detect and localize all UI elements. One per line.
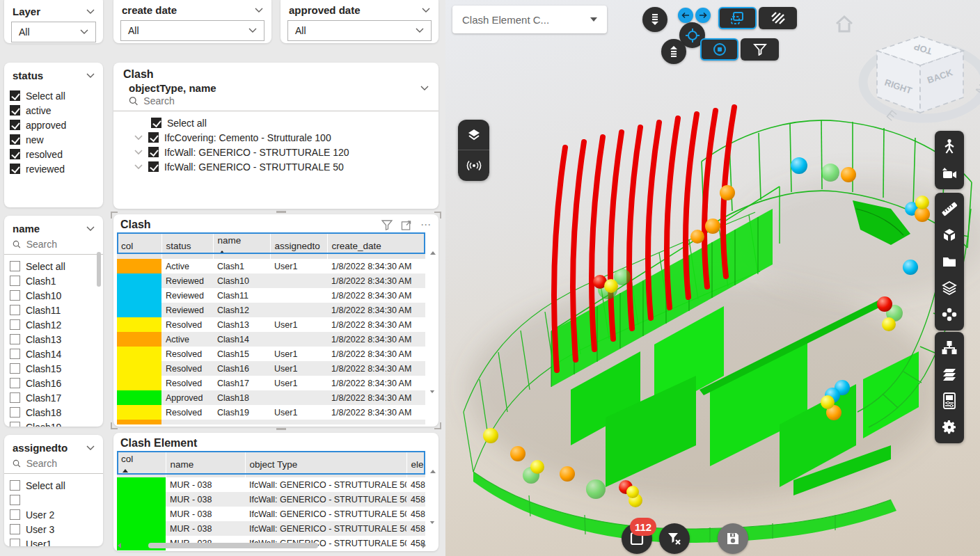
clear-filter-button[interactable]	[659, 523, 690, 554]
column-header[interactable]: name	[213, 232, 270, 259]
checkbox-unchecked[interactable]	[10, 392, 20, 403]
hatch-pattern-button[interactable]	[759, 7, 797, 29]
expand-chevron-icon[interactable]	[134, 148, 143, 157]
table-row[interactable]: ResolvedClash15User11/8/2022 8:34:30 AM	[117, 347, 435, 361]
status-option[interactable]: reviewed	[10, 161, 97, 176]
clash-tree-item[interactable]: IfcWall: GENERICO - STRUTTURALE 50	[134, 159, 433, 174]
assignedto-search-input[interactable]	[26, 458, 95, 469]
viewer-filter-button[interactable]	[741, 38, 779, 61]
column-header[interactable]: ele	[406, 451, 425, 477]
checkbox-checked[interactable]	[10, 134, 20, 145]
column-header[interactable]: col	[117, 451, 166, 477]
status-option[interactable]: new	[10, 132, 97, 147]
column-header[interactable]: col	[117, 232, 161, 259]
expand-chevron-icon[interactable]	[134, 163, 143, 171]
checkbox-checked[interactable]	[151, 118, 161, 128]
scroll-down-icon[interactable]	[429, 390, 435, 403]
checkbox-checked[interactable]	[10, 149, 20, 159]
status-option[interactable]: Select all	[10, 88, 97, 103]
selection-handle[interactable]	[440, 422, 441, 429]
name-option[interactable]: Clash11	[10, 303, 97, 317]
name-search-input[interactable]	[26, 239, 95, 250]
chevron-down-icon[interactable]	[86, 226, 95, 232]
viewer-element-selector[interactable]: Clash Element C...	[452, 6, 607, 33]
assignedto-option[interactable]: User1	[10, 537, 97, 546]
table-row[interactable]: ResolvedClash17User11/8/2022 8:34:30 AM	[117, 376, 435, 390]
table-row[interactable]: MUR - 038IfcWall: GENERICO - STRUTTURALE…	[117, 507, 435, 521]
status-option[interactable]: active	[10, 103, 97, 118]
chevron-down-icon[interactable]	[255, 8, 263, 13]
model-layers-button[interactable]	[935, 275, 964, 301]
table-row[interactable]: ResolvedClash13User11/8/2022 8:34:30 AM	[117, 317, 435, 332]
copy-selection-button[interactable]	[718, 7, 757, 29]
table-row[interactable]: ApprovedClash181/8/2022 8:34:30 AM	[117, 390, 435, 405]
isolate-button[interactable]	[935, 222, 964, 248]
checkbox-unchecked[interactable]	[10, 349, 20, 359]
selection-handle[interactable]	[276, 211, 286, 213]
checkbox-checked[interactable]	[148, 147, 159, 157]
column-header[interactable]: create_date	[327, 232, 425, 259]
checkbox-checked[interactable]	[10, 164, 20, 174]
files-button[interactable]	[935, 248, 964, 275]
assignedto-option[interactable]	[10, 493, 97, 507]
table-row[interactable]: ActiveClash141/8/2022 8:34:30 AM	[117, 332, 435, 347]
scroll-down-icon[interactable]	[429, 521, 435, 534]
name-option[interactable]: Select all	[10, 259, 97, 273]
checkbox-unchecked[interactable]	[10, 334, 20, 344]
status-option[interactable]: resolved	[10, 147, 97, 161]
home-icon[interactable]	[837, 17, 852, 31]
checkbox-unchecked[interactable]	[10, 509, 20, 520]
collapse-down-button[interactable]	[642, 7, 667, 32]
chevron-down-icon[interactable]	[86, 9, 95, 15]
selection-handle[interactable]	[111, 212, 112, 219]
checkbox-unchecked[interactable]	[10, 539, 20, 546]
layers-button[interactable]	[458, 120, 489, 150]
properties-button[interactable]	[935, 388, 964, 414]
name-option[interactable]: Clash18	[10, 405, 97, 420]
checkbox-checked[interactable]	[10, 120, 20, 130]
sheets-button[interactable]	[935, 361, 964, 388]
layer-dropdown[interactable]: All	[11, 22, 96, 42]
table-row[interactable]: ResolvedClash16User11/8/2022 8:34:30 AM	[117, 361, 435, 376]
checkbox-checked[interactable]	[148, 132, 159, 143]
selection-handle[interactable]	[111, 422, 112, 429]
clash-tree-item[interactable]: IfcCovering: Cemento - Strutturale 100	[134, 130, 433, 145]
save-view-button[interactable]	[718, 523, 748, 554]
table-row[interactable]: ReviewedClash101/8/2022 8:34:30 AM	[117, 273, 435, 288]
name-option[interactable]: Clash14	[10, 347, 97, 361]
column-header[interactable]: status	[161, 232, 213, 259]
table-row[interactable]: MUR - 038IfcWall: GENERICO - STRUTTURALE…	[117, 477, 435, 492]
name-option[interactable]: Clash15	[10, 361, 97, 376]
checkbox-checked[interactable]	[10, 90, 20, 101]
table-row[interactable]: ActiveClash1User11/8/2022 8:34:30 AM	[117, 259, 435, 273]
table-row[interactable]: ResolvedClash19User11/8/2022 8:34:30 AM	[117, 405, 435, 420]
create-date-dropdown[interactable]: All	[120, 20, 264, 41]
checkbox-unchecked[interactable]	[10, 319, 20, 330]
name-list-scrollbar[interactable]	[97, 252, 101, 287]
chevron-down-icon[interactable]	[422, 8, 430, 13]
column-header[interactable]: object Type	[245, 451, 406, 477]
clash-tree-item[interactable]: Select all	[134, 116, 433, 130]
filter-icon[interactable]	[381, 220, 393, 230]
cluster-button[interactable]	[935, 301, 964, 328]
approved-date-dropdown[interactable]: All	[287, 20, 432, 41]
view-cube[interactable]: TOP RIGHT BACK	[877, 36, 963, 113]
checkbox-unchecked[interactable]	[10, 495, 20, 505]
assignedto-option[interactable]: User 2	[10, 507, 97, 522]
next-arrow-button[interactable]	[695, 8, 711, 23]
expand-chevron-icon[interactable]	[134, 134, 143, 142]
walk-button[interactable]	[935, 134, 964, 160]
prev-arrow-button[interactable]	[678, 8, 693, 23]
scroll-right-icon[interactable]	[422, 543, 426, 548]
scroll-left-icon[interactable]	[118, 543, 121, 548]
scroll-up-icon[interactable]	[430, 241, 436, 255]
clash-tree-item[interactable]: IfcWall: GENERICO - STRUTTURALE 120	[134, 145, 433, 159]
assignedto-option[interactable]: User 3	[10, 522, 97, 537]
model-3d-scene[interactable]: E N TOP RIGHT BACK	[445, 0, 980, 556]
table-row[interactable]: ReviewedClash111/8/2022 8:34:30 AM	[117, 288, 435, 303]
checkbox-unchecked[interactable]	[10, 407, 20, 418]
viewer-3d[interactable]: E N TOP RIGHT BACK Clash Element C...	[445, 0, 980, 556]
chevron-down-icon[interactable]	[86, 445, 95, 451]
table-row[interactable]: MUR - 038IfcWall: GENERICO - STRUTTURALE…	[117, 492, 435, 507]
name-option[interactable]: Clash10	[10, 288, 97, 303]
